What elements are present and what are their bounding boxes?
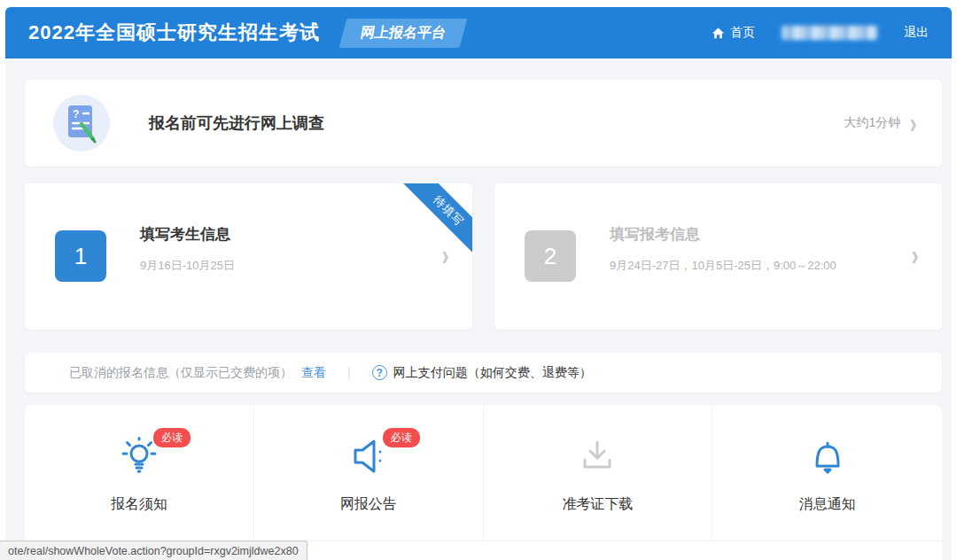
survey-doc-icon: ? — [53, 95, 110, 152]
shortcuts-panel: 必读 报名须知 必读 网报公告 — [25, 405, 942, 560]
shortcut-label: 准考证下载 — [562, 495, 633, 514]
header-nav: 首页 退出 — [712, 25, 929, 41]
must-read-badge: 必读 — [153, 428, 191, 447]
shortcut-announcements[interactable]: 必读 网报公告 — [254, 405, 484, 541]
platform-badge: 网上报名平台 — [339, 19, 468, 48]
page-background: 2022年全国硕士研究生招生考试 网上报名平台 首页 退出 ? — [5, 7, 952, 560]
survey-meta: 大约1分钟 › — [844, 112, 917, 135]
survey-title: 报名前可先进行网上调查 — [149, 113, 324, 134]
shortcut-registration-notice[interactable]: 必读 报名须知 — [25, 405, 254, 541]
survey-duration: 大约1分钟 — [844, 115, 901, 131]
chevron-right-icon: › — [909, 109, 917, 138]
username-redacted[interactable] — [782, 26, 877, 40]
chevron-right-icon: › — [911, 241, 919, 270]
cancelled-info-text: 已取消的报名信息（仅显示已交费的项） — [69, 365, 292, 381]
question-circle-icon: ? — [372, 365, 387, 380]
divider: | — [347, 366, 351, 380]
page-title: 2022年全国硕士研究生招生考试 — [28, 19, 320, 46]
step-title: 填写报考信息 — [610, 224, 700, 245]
step-number-badge: 2 — [525, 230, 576, 282]
step-card-application-info[interactable]: 2 填写报考信息 9月24日-27日，10月5日-25日，9:00～22:00 … — [494, 183, 942, 330]
status-bar-url: ote/real/showWholeVote.action?groupId=rx… — [0, 541, 307, 560]
survey-banner[interactable]: ? 报名前可先进行网上调查 大约1分钟 › — [25, 80, 942, 167]
nav-home-link[interactable]: 首页 — [712, 25, 755, 41]
payment-help-link[interactable]: ? 网上支付问题（如何交费、退费等） — [372, 365, 592, 381]
nav-home-label: 首页 — [730, 25, 755, 41]
status-ribbon: 待填写 — [399, 183, 472, 261]
shortcut-label: 网报公告 — [340, 495, 397, 514]
cancelled-info-bar: 已取消的报名信息（仅显示已交费的项） 查看 | ? 网上支付问题（如何交费、退费… — [25, 353, 942, 393]
platform-badge-label: 网上报名平台 — [359, 24, 447, 43]
shortcut-label: 消息通知 — [799, 495, 856, 514]
download-icon — [576, 435, 619, 478]
step-title: 填写考生信息 — [140, 224, 230, 245]
step-dates: 9月24日-27日，10月5日-25日，9:00～22:00 — [610, 258, 836, 274]
shortcut-admission-ticket-download[interactable]: 准考证下载 — [484, 405, 713, 541]
step-number-badge: 1 — [55, 230, 106, 282]
svg-text:?: ? — [73, 108, 79, 121]
shortcut-notifications[interactable]: 消息通知 — [712, 405, 942, 541]
payment-help-label: 网上支付问题（如何交费、退费等） — [393, 365, 592, 381]
logout-button[interactable]: 退出 — [904, 25, 929, 41]
bell-icon — [806, 435, 849, 478]
app-header: 2022年全国硕士研究生招生考试 网上报名平台 首页 退出 — [5, 7, 952, 58]
ribbon-container: 待填写 — [394, 183, 472, 261]
home-icon — [712, 27, 725, 40]
step-dates: 9月16日-10月25日 — [140, 258, 235, 274]
must-read-badge: 必读 — [383, 428, 420, 447]
view-link[interactable]: 查看 — [301, 365, 326, 381]
shortcut-label: 报名须知 — [111, 495, 167, 514]
step-card-candidate-info[interactable]: 1 填写考生信息 9月16日-10月25日 › 待填写 — [25, 183, 472, 330]
